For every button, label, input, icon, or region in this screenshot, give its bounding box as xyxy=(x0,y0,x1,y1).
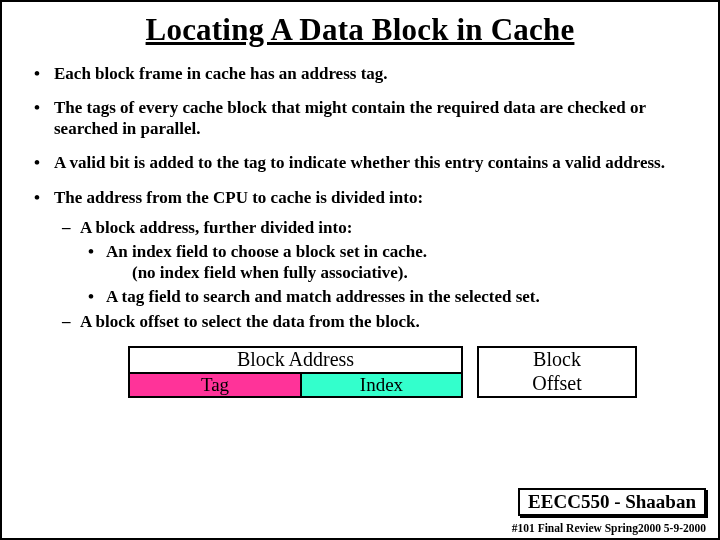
course-footer: EECC550 - Shaaban xyxy=(518,488,706,516)
bullet-2: The tags of every cache block that might… xyxy=(28,98,692,139)
address-diagram: Block Address Block Tag Index Offset xyxy=(128,346,638,398)
bullet-4-sub1-text: A block address, further divided into: xyxy=(80,218,352,237)
block-address-cell: Block Address xyxy=(128,346,463,372)
index-cell: Index xyxy=(302,372,463,398)
tag-cell: Tag xyxy=(128,372,302,398)
block-offset-bot-cell: Offset xyxy=(477,372,637,398)
bullet-4-sub1-paren: (no index field when fully associative). xyxy=(106,263,692,283)
bullet-list: Each block frame in cache has an address… xyxy=(28,64,692,332)
meta-footer: #101 Final Review Spring2000 5-9-2000 xyxy=(512,522,706,534)
bullet-4-sub1-a: An index field to choose a block set in … xyxy=(80,242,692,283)
bullet-1: Each block frame in cache has an address… xyxy=(28,64,692,84)
bullet-4-sub1: A block address, further divided into: A… xyxy=(54,218,692,308)
bullet-3: A valid bit is added to the tag to indic… xyxy=(28,153,692,173)
bullet-4: The address from the CPU to cache is div… xyxy=(28,188,692,332)
bullet-4-sub1-b: A tag field to search and match addresse… xyxy=(80,287,692,307)
page-title: Locating A Data Block in Cache xyxy=(28,12,692,48)
bullet-4-text: The address from the CPU to cache is div… xyxy=(54,188,423,207)
bullet-4-sub2: A block offset to select the data from t… xyxy=(54,312,692,332)
block-offset-top-cell: Block xyxy=(477,346,637,372)
